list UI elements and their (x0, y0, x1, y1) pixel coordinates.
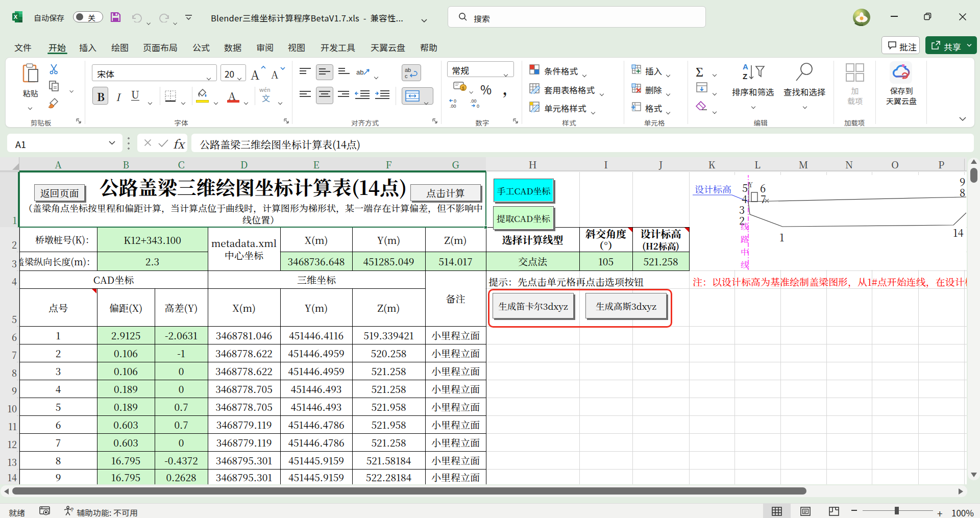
svg-text:ab: ab (356, 68, 363, 76)
svg-text:c: c (405, 73, 408, 79)
svg-text:.00: .00 (470, 98, 477, 104)
svg-text:$: $ (462, 86, 464, 91)
svg-text:?: ? (70, 507, 74, 513)
svg-text:Z: Z (743, 72, 747, 81)
svg-text:.00: .00 (450, 104, 456, 109)
svg-text:A: A (743, 62, 748, 71)
svg-text:0: 0 (454, 98, 456, 104)
svg-text:ab: ab (405, 67, 411, 73)
svg-text:X: X (14, 14, 18, 20)
svg-text:0: 0 (477, 104, 479, 109)
